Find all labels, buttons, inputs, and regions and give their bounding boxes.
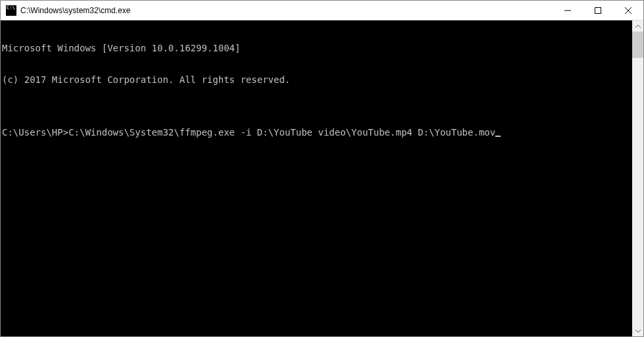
- cursor-icon: [495, 136, 501, 137]
- console-copyright-line: (c) 2017 Microsoft Corporation. All righ…: [2, 74, 632, 85]
- console-prompt-line: C:\Users\HP>C:\Windows\System32\ffmpeg.e…: [2, 127, 632, 138]
- maximize-icon: [595, 7, 601, 14]
- console-area[interactable]: Microsoft Windows [Version 10.0.16299.10…: [1, 20, 632, 336]
- scrollbar-track[interactable]: [632, 32, 643, 325]
- minimize-button[interactable]: [553, 1, 583, 20]
- scroll-up-button[interactable]: [632, 20, 643, 32]
- chevron-up-icon: [635, 24, 641, 29]
- console-prompt: C:\Users\HP>: [2, 127, 68, 138]
- console-version-line: Microsoft Windows [Version 10.0.16299.10…: [2, 43, 632, 53]
- scroll-down-button[interactable]: [632, 325, 643, 336]
- svg-rect-1: [595, 7, 601, 13]
- maximize-button[interactable]: [583, 1, 613, 20]
- content-wrapper: Microsoft Windows [Version 10.0.16299.10…: [1, 20, 643, 336]
- console-command: C:\Windows\System32\ffmpeg.exe -i D:\You…: [68, 127, 495, 138]
- vertical-scrollbar[interactable]: [632, 20, 643, 336]
- titlebar: C:\Windows\system32\cmd.exe: [1, 1, 643, 20]
- close-button[interactable]: [613, 1, 643, 20]
- minimize-icon: [564, 7, 571, 14]
- cmd-icon: [6, 5, 16, 16]
- window-title: C:\Windows\system32\cmd.exe: [20, 6, 553, 15]
- chevron-down-icon: [635, 328, 641, 334]
- scrollbar-thumb[interactable]: [632, 32, 643, 58]
- close-icon: [625, 7, 632, 14]
- window-controls: [553, 1, 643, 20]
